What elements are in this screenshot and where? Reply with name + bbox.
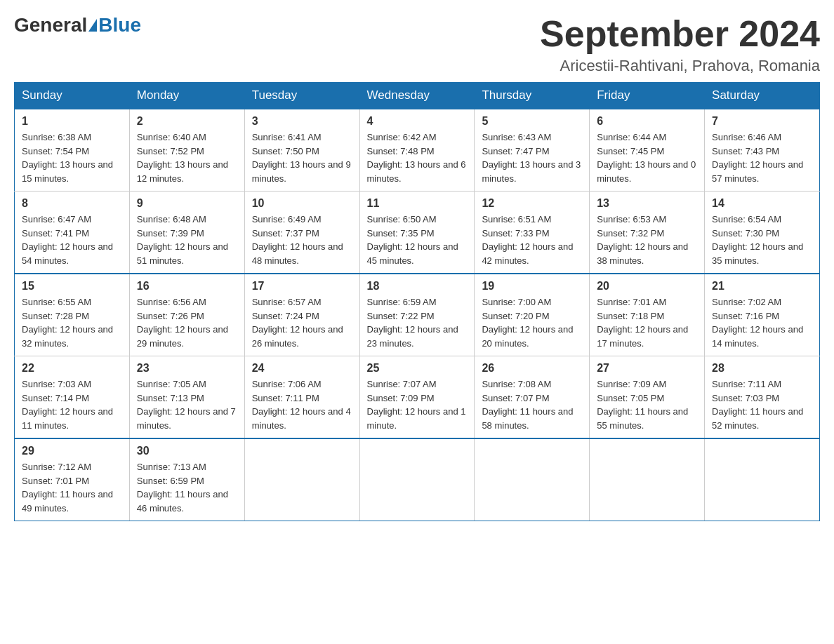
header-wednesday: Wednesday bbox=[359, 83, 475, 109]
day-info: Sunrise: 6:59 AM Sunset: 7:22 PM Dayligh… bbox=[367, 295, 468, 350]
table-row: 21 Sunrise: 7:02 AM Sunset: 7:16 PM Dayl… bbox=[705, 274, 820, 356]
day-info: Sunrise: 6:42 AM Sunset: 7:48 PM Dayligh… bbox=[367, 130, 468, 185]
day-number: 29 bbox=[22, 445, 122, 457]
day-number: 26 bbox=[482, 362, 582, 375]
day-number: 20 bbox=[597, 280, 697, 293]
table-row bbox=[590, 438, 705, 521]
day-info: Sunrise: 6:47 AM Sunset: 7:41 PM Dayligh… bbox=[22, 213, 122, 267]
day-number: 6 bbox=[597, 115, 697, 128]
day-number: 14 bbox=[712, 197, 812, 210]
calendar-week-row: 15 Sunrise: 6:55 AM Sunset: 7:28 PM Dayl… bbox=[15, 274, 820, 356]
table-row: 15 Sunrise: 6:55 AM Sunset: 7:28 PM Dayl… bbox=[15, 274, 130, 356]
day-info: Sunrise: 6:38 AM Sunset: 7:54 PM Dayligh… bbox=[22, 130, 122, 185]
location-text: Aricestii-Rahtivani, Prahova, Romania bbox=[540, 57, 820, 75]
day-number: 11 bbox=[367, 197, 468, 210]
calendar-week-row: 8 Sunrise: 6:47 AM Sunset: 7:41 PM Dayli… bbox=[15, 192, 820, 274]
day-info: Sunrise: 6:53 AM Sunset: 7:32 PM Dayligh… bbox=[597, 213, 697, 267]
table-row: 10 Sunrise: 6:49 AM Sunset: 7:37 PM Dayl… bbox=[244, 192, 359, 274]
day-info: Sunrise: 7:07 AM Sunset: 7:09 PM Dayligh… bbox=[367, 377, 468, 432]
table-row bbox=[475, 438, 590, 521]
day-number: 7 bbox=[712, 115, 812, 128]
day-number: 5 bbox=[482, 115, 582, 128]
logo: General Blue bbox=[14, 14, 141, 36]
table-row: 20 Sunrise: 7:01 AM Sunset: 7:18 PM Dayl… bbox=[590, 274, 705, 356]
table-row: 13 Sunrise: 6:53 AM Sunset: 7:32 PM Dayl… bbox=[590, 192, 705, 274]
day-number: 17 bbox=[252, 280, 352, 293]
table-row: 16 Sunrise: 6:56 AM Sunset: 7:26 PM Dayl… bbox=[129, 274, 244, 356]
month-title: September 2024 bbox=[540, 14, 820, 54]
day-number: 15 bbox=[22, 280, 122, 293]
day-number: 16 bbox=[137, 280, 237, 293]
table-row: 5 Sunrise: 6:43 AM Sunset: 7:47 PM Dayli… bbox=[475, 109, 590, 192]
table-row: 30 Sunrise: 7:13 AM Sunset: 6:59 PM Dayl… bbox=[129, 438, 244, 521]
table-row: 14 Sunrise: 6:54 AM Sunset: 7:30 PM Dayl… bbox=[705, 192, 820, 274]
header-monday: Monday bbox=[129, 83, 244, 109]
table-row: 3 Sunrise: 6:41 AM Sunset: 7:50 PM Dayli… bbox=[244, 109, 359, 192]
day-number: 8 bbox=[22, 197, 122, 210]
day-number: 12 bbox=[482, 197, 582, 210]
day-number: 9 bbox=[137, 197, 237, 210]
day-number: 22 bbox=[22, 362, 122, 375]
day-info: Sunrise: 6:54 AM Sunset: 7:30 PM Dayligh… bbox=[712, 213, 812, 267]
day-info: Sunrise: 7:00 AM Sunset: 7:20 PM Dayligh… bbox=[482, 295, 582, 350]
table-row: 29 Sunrise: 7:12 AM Sunset: 7:01 PM Dayl… bbox=[15, 438, 130, 521]
calendar-header-row: Sunday Monday Tuesday Wednesday Thursday… bbox=[15, 83, 820, 109]
day-info: Sunrise: 7:05 AM Sunset: 7:13 PM Dayligh… bbox=[137, 377, 237, 432]
day-info: Sunrise: 6:46 AM Sunset: 7:43 PM Dayligh… bbox=[712, 130, 812, 185]
day-info: Sunrise: 7:02 AM Sunset: 7:16 PM Dayligh… bbox=[712, 295, 812, 350]
calendar-table: Sunday Monday Tuesday Wednesday Thursday… bbox=[14, 82, 820, 521]
day-info: Sunrise: 6:43 AM Sunset: 7:47 PM Dayligh… bbox=[482, 130, 582, 185]
table-row bbox=[244, 438, 359, 521]
logo-general-text: General bbox=[14, 14, 87, 36]
header-saturday: Saturday bbox=[705, 83, 820, 109]
day-number: 21 bbox=[712, 280, 812, 293]
day-info: Sunrise: 6:49 AM Sunset: 7:37 PM Dayligh… bbox=[252, 213, 352, 267]
day-info: Sunrise: 6:48 AM Sunset: 7:39 PM Dayligh… bbox=[137, 213, 237, 267]
day-info: Sunrise: 7:13 AM Sunset: 6:59 PM Dayligh… bbox=[137, 460, 237, 515]
day-info: Sunrise: 6:56 AM Sunset: 7:26 PM Dayligh… bbox=[137, 295, 237, 350]
day-number: 30 bbox=[137, 445, 237, 457]
table-row: 6 Sunrise: 6:44 AM Sunset: 7:45 PM Dayli… bbox=[590, 109, 705, 192]
day-number: 25 bbox=[367, 362, 468, 375]
table-row: 19 Sunrise: 7:00 AM Sunset: 7:20 PM Dayl… bbox=[475, 274, 590, 356]
table-row: 11 Sunrise: 6:50 AM Sunset: 7:35 PM Dayl… bbox=[359, 192, 475, 274]
day-number: 4 bbox=[367, 115, 468, 128]
calendar-week-row: 29 Sunrise: 7:12 AM Sunset: 7:01 PM Dayl… bbox=[15, 438, 820, 521]
day-info: Sunrise: 6:44 AM Sunset: 7:45 PM Dayligh… bbox=[597, 130, 697, 185]
table-row: 26 Sunrise: 7:08 AM Sunset: 7:07 PM Dayl… bbox=[475, 356, 590, 439]
header-tuesday: Tuesday bbox=[244, 83, 359, 109]
day-number: 23 bbox=[137, 362, 237, 375]
day-number: 3 bbox=[252, 115, 352, 128]
day-number: 2 bbox=[137, 115, 237, 128]
day-info: Sunrise: 6:50 AM Sunset: 7:35 PM Dayligh… bbox=[367, 213, 468, 267]
table-row bbox=[359, 438, 475, 521]
day-info: Sunrise: 7:09 AM Sunset: 7:05 PM Dayligh… bbox=[597, 377, 697, 432]
table-row bbox=[705, 438, 820, 521]
header-thursday: Thursday bbox=[475, 83, 590, 109]
day-info: Sunrise: 6:40 AM Sunset: 7:52 PM Dayligh… bbox=[137, 130, 237, 185]
day-info: Sunrise: 7:08 AM Sunset: 7:07 PM Dayligh… bbox=[482, 377, 582, 432]
day-info: Sunrise: 7:06 AM Sunset: 7:11 PM Dayligh… bbox=[252, 377, 352, 432]
day-number: 24 bbox=[252, 362, 352, 375]
day-info: Sunrise: 6:51 AM Sunset: 7:33 PM Dayligh… bbox=[482, 213, 582, 267]
page-header: General Blue September 2024 Aricestii-Ra… bbox=[14, 14, 820, 75]
table-row: 7 Sunrise: 6:46 AM Sunset: 7:43 PM Dayli… bbox=[705, 109, 820, 192]
table-row: 22 Sunrise: 7:03 AM Sunset: 7:14 PM Dayl… bbox=[15, 356, 130, 439]
calendar-week-row: 1 Sunrise: 6:38 AM Sunset: 7:54 PM Dayli… bbox=[15, 109, 820, 192]
table-row: 12 Sunrise: 6:51 AM Sunset: 7:33 PM Dayl… bbox=[475, 192, 590, 274]
day-info: Sunrise: 7:12 AM Sunset: 7:01 PM Dayligh… bbox=[22, 460, 122, 515]
day-number: 19 bbox=[482, 280, 582, 293]
table-row: 9 Sunrise: 6:48 AM Sunset: 7:39 PM Dayli… bbox=[129, 192, 244, 274]
table-row: 27 Sunrise: 7:09 AM Sunset: 7:05 PM Dayl… bbox=[590, 356, 705, 439]
day-info: Sunrise: 6:55 AM Sunset: 7:28 PM Dayligh… bbox=[22, 295, 122, 350]
day-info: Sunrise: 7:03 AM Sunset: 7:14 PM Dayligh… bbox=[22, 377, 122, 432]
table-row: 23 Sunrise: 7:05 AM Sunset: 7:13 PM Dayl… bbox=[129, 356, 244, 439]
day-info: Sunrise: 6:57 AM Sunset: 7:24 PM Dayligh… bbox=[252, 295, 352, 350]
table-row: 2 Sunrise: 6:40 AM Sunset: 7:52 PM Dayli… bbox=[129, 109, 244, 192]
table-row: 8 Sunrise: 6:47 AM Sunset: 7:41 PM Dayli… bbox=[15, 192, 130, 274]
day-info: Sunrise: 7:01 AM Sunset: 7:18 PM Dayligh… bbox=[597, 295, 697, 350]
day-number: 13 bbox=[597, 197, 697, 210]
title-block: September 2024 Aricestii-Rahtivani, Prah… bbox=[540, 14, 820, 75]
header-friday: Friday bbox=[590, 83, 705, 109]
table-row: 24 Sunrise: 7:06 AM Sunset: 7:11 PM Dayl… bbox=[244, 356, 359, 439]
